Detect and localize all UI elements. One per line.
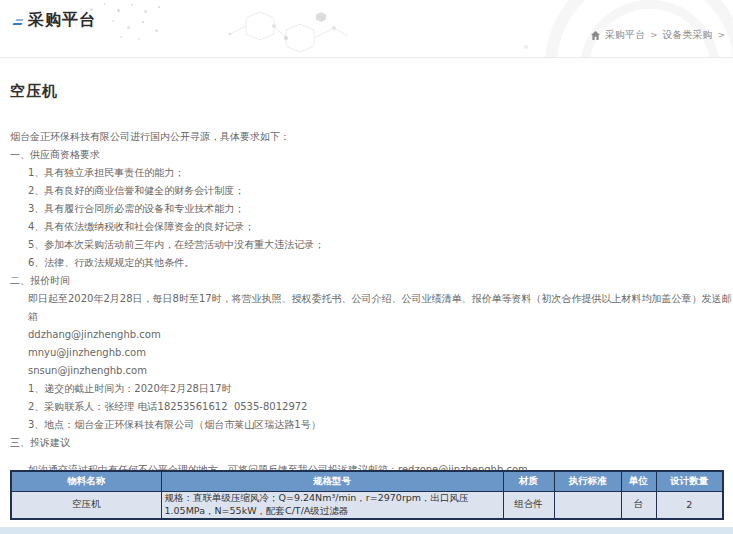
decor-dot [127,26,130,29]
decor-dot [144,10,147,13]
decor-dot [142,21,144,23]
col-header-material: 材质 [503,471,554,491]
decor-dot [131,4,133,6]
notice-line: 2、采购联系人：张经理 电话18253561612 0535-8012972 [28,398,733,416]
decor-dot [104,3,106,5]
notice-line: 3、地点：烟台金正环保科技有限公司（烟台市莱山区瑞达路1号） [28,416,733,434]
notice-section-heading: 二、报价时间 [10,272,733,290]
contact-email: ddzhang@jinzhenghb.com [28,326,733,344]
contact-email: mnyu@jinzhenghb.com [28,344,733,362]
decor-dot [120,36,122,38]
page-header: 采购平台 采购平台 > 设备类采购 > [0,0,733,58]
table-row: 空压机 规格：直联单级压缩风冷；Q=9.24Nm³/min，r=2970rpm，… [11,491,723,519]
col-header-spec-model: 规格型号 [161,471,503,491]
decor-dot [155,29,158,32]
cell-standard [554,491,621,519]
cell-spec-model: 规格：直联单级压缩风冷；Q=9.24Nm³/min，r=2970rpm，出口风压… [161,491,503,519]
home-icon[interactable] [591,31,600,40]
notice-line: 烟台金正环保科技有限公司进行国内公开寻源，具体要求如下： [10,128,733,146]
contact-email: snsun@jinzhenghb.com [28,362,733,380]
materials-table: 物料名称 规格型号 材质 执行标准 单位 设计数量 空压机 规格：直联单级压缩风… [10,470,724,520]
decor-dot [117,9,120,12]
notice-line: 即日起至2020年2月28日，每日8时至17时，将营业执照、授权委托书、公司介绍… [28,290,733,326]
col-header-material-name: 物料名称 [11,471,161,491]
notice-line: 1、具有独立承担民事责任的能力； [28,164,733,182]
cell-material: 组合件 [503,491,554,519]
page-title: 空压机 [10,82,58,101]
notice-section-heading: 一、供应商资格要求 [10,146,733,164]
notice-body: 烟台金正环保科技有限公司进行国内公开寻源，具体要求如下： 一、供应商资格要求 1… [0,128,733,479]
col-header-design-qty: 设计数量 [656,471,723,491]
notice-line: 4、具有依法缴纳税收和社会保障资金的良好记录； [28,218,733,236]
app-title: 采购平台 [28,10,96,31]
cell-design-qty: 2 [656,491,723,519]
footer-strip [0,527,733,534]
cell-unit: 台 [621,491,656,519]
notice-line: 5、参加本次采购活动前三年内，在经营活动中没有重大违法记录； [28,236,733,254]
col-header-unit: 单位 [621,471,656,491]
decor-dot [112,20,114,22]
platform-logo-icon [13,19,25,29]
notice-section-heading: 三、投诉建议 [10,434,733,452]
cell-material-name: 空压机 [11,491,161,519]
notice-line: 1、递交的截止时间为：2020年2月28日17时 [28,380,733,398]
notice-line: 2、具有良好的商业信誉和健全的财务会计制度； [28,182,733,200]
breadcrumb-separator: > [650,30,658,40]
decor-dot [158,6,160,8]
decor-dot [138,38,140,40]
col-header-standard: 执行标准 [554,471,621,491]
notice-line: 3、具有履行合同所必需的设备和专业技术能力； [28,200,733,218]
breadcrumb: 采购平台 > 设备类采购 > [591,28,725,42]
decor-dot [524,45,528,49]
table-header-row: 物料名称 规格型号 材质 执行标准 单位 设计数量 [11,471,723,491]
breadcrumb-item-category[interactable]: 设备类采购 [662,28,712,42]
breadcrumb-separator: > [717,30,725,40]
hexagon-pattern-decor [222,6,352,58]
notice-line: 6、法律、行政法规规定的其他条件。 [28,254,733,272]
breadcrumb-item-home[interactable]: 采购平台 [605,28,645,42]
